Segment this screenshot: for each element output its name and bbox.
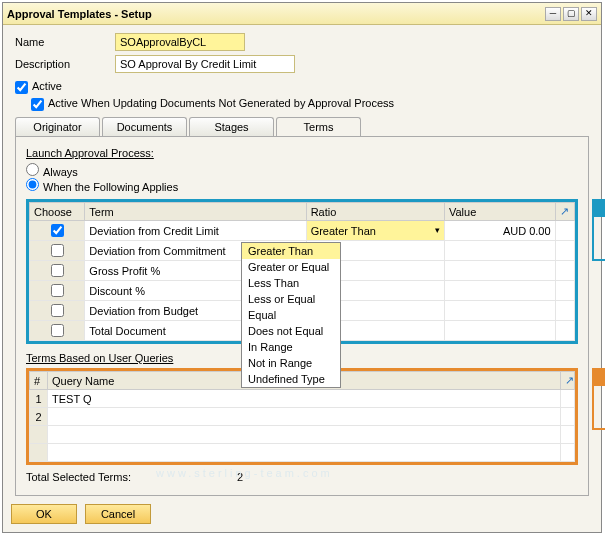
ok-button[interactable]: OK: [11, 504, 77, 524]
tab-documents[interactable]: Documents: [102, 117, 187, 136]
ratio-select-0[interactable]: Greater Than: [306, 221, 444, 241]
tab-stages[interactable]: Stages: [189, 117, 274, 136]
active2-label: Active When Updating Documents Not Gener…: [48, 97, 394, 109]
desc-label: Description: [15, 58, 115, 70]
term-check-2[interactable]: [51, 264, 64, 277]
option1-tag: OPTION 1 Standard Term: [592, 199, 605, 261]
active2-checkbox[interactable]: [31, 98, 44, 111]
expand-icon[interactable]: ↗: [555, 203, 574, 221]
radio-always[interactable]: [26, 163, 39, 176]
term-check-5[interactable]: [51, 324, 64, 337]
standard-term-box: OPTION 1 Standard Term Choose Term Ratio…: [26, 199, 578, 344]
name-label: Name: [15, 36, 115, 48]
title-bar[interactable]: Approval Templates - Setup ─ ▢ ✕: [3, 3, 601, 25]
term-check-4[interactable]: [51, 304, 64, 317]
cancel-button[interactable]: Cancel: [85, 504, 151, 524]
name-input[interactable]: [115, 33, 245, 51]
radio-when[interactable]: [26, 178, 39, 191]
terms-panel: STEM www.sterling-team.com Launch Approv…: [15, 136, 589, 496]
tab-originator[interactable]: Originator: [15, 117, 100, 136]
term-check-1[interactable]: [51, 244, 64, 257]
desc-input[interactable]: [115, 55, 295, 73]
term-check-3[interactable]: [51, 284, 64, 297]
window-title: Approval Templates - Setup: [7, 8, 152, 20]
total-value: 2: [237, 471, 243, 483]
term-check-0[interactable]: [51, 224, 64, 237]
window: Approval Templates - Setup ─ ▢ ✕ Name De…: [2, 2, 602, 533]
minimize-button[interactable]: ─: [545, 7, 561, 21]
active-label: Active: [32, 80, 62, 92]
total-label: Total Selected Terms:: [26, 471, 131, 483]
expand-icon-2[interactable]: ↗: [561, 372, 575, 390]
option2-tag: OPTION 2 Custom Queries: [592, 368, 605, 430]
ratio-dropdown[interactable]: Greater Than Greater or Equal Less Than …: [241, 242, 341, 388]
maximize-button[interactable]: ▢: [563, 7, 579, 21]
close-button[interactable]: ✕: [581, 7, 597, 21]
active-checkbox[interactable]: [15, 81, 28, 94]
tab-terms[interactable]: Terms: [276, 117, 361, 136]
launch-label: Launch Approval Process:: [26, 147, 578, 159]
